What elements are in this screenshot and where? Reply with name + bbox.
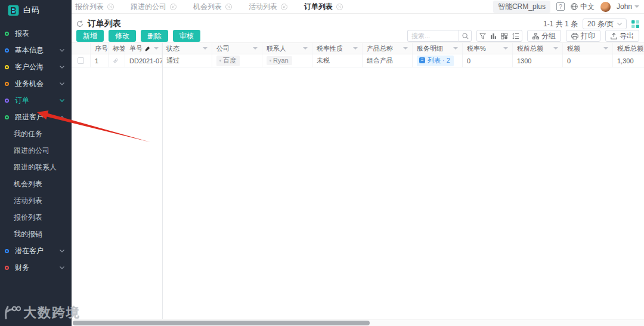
audit-button[interactable]: 审核 (173, 30, 200, 42)
export-button-label: 导出 (620, 31, 634, 41)
row-height-icon[interactable] (512, 33, 519, 39)
paperclip-icon[interactable] (113, 58, 119, 64)
company-chip[interactable]: 百度 (216, 56, 240, 66)
chevron-down-icon (60, 49, 64, 52)
table-row[interactable]: 1 DD2021-07-19_1... 通过 百度 Ryan 未税 组合产品 ≡ (72, 54, 644, 67)
sidebar-item-finance[interactable]: 财务 (0, 259, 72, 276)
filter-caret-icon[interactable] (453, 47, 458, 50)
row-cell-order-no[interactable]: DD2021-07-19_1... (125, 54, 162, 67)
avatar[interactable] (600, 2, 611, 12)
sidebar-item-follow-customers[interactable]: 跟进客户 (0, 109, 72, 125)
tab-opportunity-list[interactable]: 机会列表 (193, 2, 232, 12)
filter-caret-icon[interactable] (203, 47, 208, 50)
edit-button[interactable]: 修改 (109, 30, 136, 42)
user-menu[interactable]: John (617, 2, 639, 11)
tab-followed-companies[interactable]: 跟进的公司 (131, 2, 177, 12)
row-cell-seq: 1 (91, 54, 109, 67)
tab-activity-list[interactable]: 活动列表 (249, 2, 287, 12)
tab-label: 跟进的公司 (131, 2, 166, 12)
sidebar-subitem-label: 活动列表 (14, 196, 42, 206)
header-cell-post-tax-total[interactable]: 税后总额 (613, 43, 644, 54)
sidebar-subitem-followed-contacts[interactable]: 跟进的联系人 (0, 159, 72, 176)
add-button[interactable]: 新增 (76, 30, 104, 42)
header-cell-tax-amount[interactable]: 税额 (563, 43, 613, 54)
sidebar-item-business-opportunity[interactable]: 业务机会 (0, 75, 72, 92)
header-cell-pre-tax-total[interactable]: 税前总额 (513, 43, 563, 54)
filter-caret-icon[interactable] (553, 47, 558, 50)
columns-icon[interactable] (490, 33, 497, 39)
print-button[interactable]: 打印 (566, 30, 600, 42)
close-icon[interactable] (336, 4, 343, 10)
tab-order-list[interactable]: 订单列表 (304, 2, 343, 12)
search-box (407, 30, 472, 42)
close-icon[interactable] (170, 4, 177, 10)
header-cell-status[interactable]: 状态 (162, 43, 212, 54)
scrollbar-thumb[interactable] (73, 321, 370, 325)
header-cell-order-no[interactable]: 单号 (125, 43, 162, 54)
row-cell-checkbox (72, 54, 91, 67)
view-grid-icon[interactable] (631, 20, 639, 28)
sidebar-item-potential-customers[interactable]: 潜在客户 (0, 242, 72, 259)
header-cell-contact[interactable]: 联系人 (262, 43, 312, 54)
close-icon[interactable] (107, 4, 114, 10)
filter-caret-icon[interactable] (403, 47, 408, 50)
refresh-icon[interactable] (76, 20, 83, 27)
row-cell-status: 通过 (162, 54, 212, 67)
sidebar-item-reports[interactable]: 报表 (0, 25, 72, 42)
filter-caret-icon[interactable] (303, 47, 308, 50)
filter-caret-icon[interactable] (353, 47, 358, 50)
service-detail-chip[interactable]: ≡ 列表 · 2 (417, 56, 454, 66)
tab-quote-list[interactable]: 报价列表 (75, 2, 114, 12)
sidebar-subitem-label: 机会列表 (14, 179, 42, 189)
filter-caret-icon[interactable] (503, 47, 508, 50)
help-icon[interactable]: ? (556, 2, 565, 11)
table-icon-toolbar (476, 30, 522, 42)
close-icon[interactable] (225, 4, 232, 10)
title-row: 订单列表 1-1 共 1 条 20 条/页 (76, 17, 639, 30)
search-input[interactable] (407, 30, 459, 42)
filter-icon[interactable] (479, 33, 486, 39)
delete-button[interactable]: 删除 (141, 30, 168, 42)
filter-caret-icon[interactable] (603, 47, 608, 50)
brand-name: 白码 (23, 5, 40, 16)
header-cell-service-detail[interactable]: 服务明细 (413, 43, 463, 54)
header-cell-tax-rate[interactable]: 税率% (463, 43, 513, 54)
chip-dot-icon (219, 60, 221, 61)
sidebar-item-customer-pool[interactable]: 客户公海 (0, 59, 72, 75)
filter-caret-icon[interactable] (154, 47, 159, 50)
page-size-select[interactable]: 20 条/页 (583, 19, 627, 29)
filter-caret-icon[interactable] (253, 47, 258, 50)
chevron-down-icon (60, 250, 64, 253)
table-header-row: 序号 标签 单号 状态 公司 联系人 税率性质 产品总称 服务明细 税率% 税前… (72, 42, 644, 54)
sidebar-item-label: 业务机会 (15, 79, 60, 89)
row-checkbox[interactable] (78, 57, 84, 64)
sidebar-subitem-my-expenses[interactable]: 我的报销 (0, 226, 72, 242)
chevron-down-icon (60, 99, 64, 102)
header-cell-seq: 序号 (91, 43, 109, 54)
sidebar-subitem-my-tasks[interactable]: 我的任务 (0, 125, 72, 142)
sidebar-menu: 报表 基本信息 客户公海 业务机会 订单 (0, 20, 72, 276)
app-version-badge[interactable]: 智能CRM_plus (493, 1, 550, 13)
contact-chip[interactable]: Ryan (267, 56, 292, 65)
printer-icon (571, 33, 578, 39)
close-icon[interactable] (281, 4, 287, 10)
language-switch[interactable]: 中文 (571, 2, 595, 12)
group-button[interactable]: 分组 (527, 30, 561, 42)
sidebar-subitem-followed-companies[interactable]: 跟进的公司 (0, 142, 72, 159)
search-icon[interactable] (459, 30, 472, 42)
sidebar-subitem-activity-list[interactable]: 活动列表 (0, 192, 72, 209)
brand-logo[interactable]: 白码 (0, 0, 72, 20)
sidebar-item-orders[interactable]: 订单 (0, 92, 72, 109)
sidebar-subitem-quote-list[interactable]: 报价列表 (0, 209, 72, 226)
row-cell-tax-amount: 0 (563, 54, 613, 67)
sidebar-item-basic-info[interactable]: 基本信息 (0, 42, 72, 59)
header-cell-product-name[interactable]: 产品总称 (363, 43, 413, 54)
table-settings-icon[interactable] (501, 33, 508, 39)
chip-dot-icon (270, 60, 271, 61)
table-tools: 分组 打印 导出 (407, 30, 639, 42)
export-button[interactable]: 导出 (605, 30, 639, 42)
header-cell-tax-nature[interactable]: 税率性质 (312, 43, 363, 54)
print-button-label: 打印 (581, 31, 595, 41)
header-cell-company[interactable]: 公司 (212, 43, 262, 54)
sidebar-subitem-opportunity-list[interactable]: 机会列表 (0, 176, 72, 192)
